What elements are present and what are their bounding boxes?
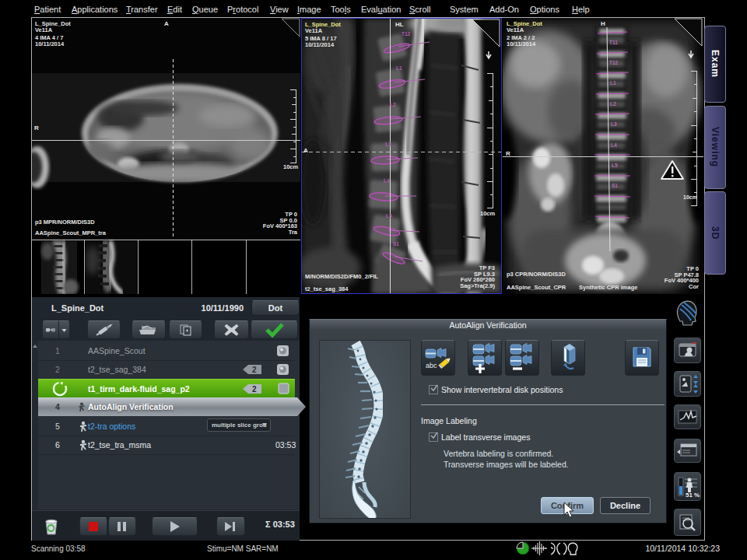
svg-text:2: 2: [252, 366, 257, 374]
svg-text:abc: abc: [426, 362, 437, 369]
svg-text:51 %: 51 %: [686, 492, 700, 499]
svg-text:2: 2: [252, 385, 257, 394]
